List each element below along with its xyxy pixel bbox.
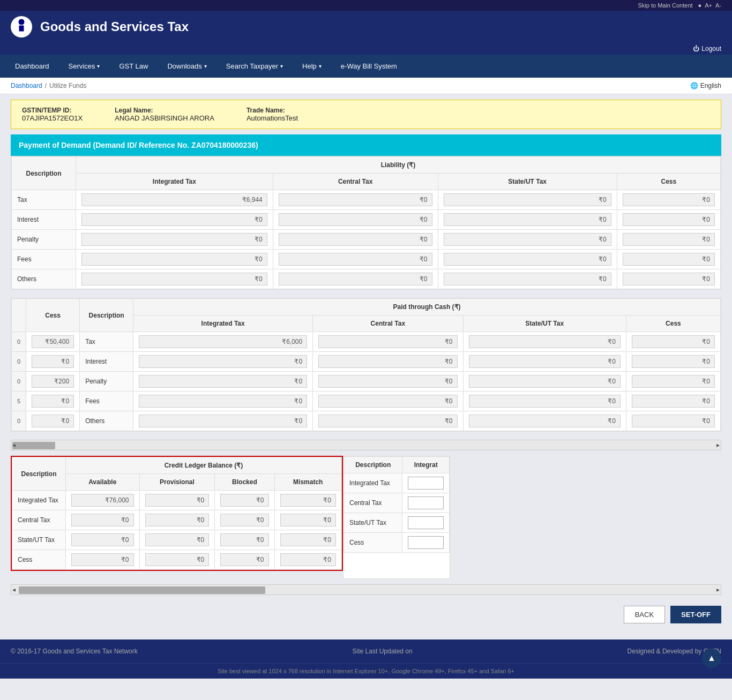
credit-mismatch-header: Mismatch: [274, 474, 342, 491]
liability-table-container: Description Liability (₹) Integrated Tax…: [11, 156, 721, 290]
credit-cell: ₹0: [274, 510, 342, 530]
nav-downloads[interactable]: Downloads ▾: [158, 55, 216, 78]
credit-desc-header: Description: [12, 457, 66, 491]
credit-ledger-section: Description Credit Ledger Balance (₹) Av…: [11, 456, 343, 571]
credit-right-row: State/UT Tax: [344, 513, 450, 533]
setoff-button[interactable]: SET-OFF: [670, 606, 721, 623]
paid-cash-cell: ₹0: [133, 392, 313, 411]
liability-integrated-header: Integrated Tax: [76, 174, 273, 190]
liability-state-header: State/UT Tax: [438, 174, 617, 190]
credit-right-row-desc: State/UT Tax: [344, 513, 402, 533]
credit-row-desc: State/UT Tax: [12, 530, 66, 550]
row-number: 0: [12, 352, 26, 372]
credit-right-cell[interactable]: [402, 493, 450, 513]
liability-row: Fees₹0₹0₹0₹0: [12, 250, 721, 269]
bottom-scroll-right[interactable]: ▸: [716, 586, 720, 593]
row-number: 0: [12, 372, 26, 392]
paid-cash-cell: ₹6,000: [133, 332, 313, 352]
gstin-field: GSTIN/TEMP ID: 07AJIPA1572EO1X: [22, 107, 83, 122]
back-button[interactable]: BACK: [624, 606, 665, 623]
liability-cell: ₹0: [617, 250, 720, 269]
page-content: Payment of Demand (Demand ID/ Reference …: [0, 134, 732, 639]
row-number: 0: [12, 332, 26, 352]
credit-cell: ₹0: [139, 550, 215, 570]
nav-eway[interactable]: e-Way Bill System: [331, 55, 407, 78]
paid-cash-cell: ₹0: [313, 392, 463, 411]
bottom-scroll-left[interactable]: ◂: [12, 586, 16, 593]
paid-cash-row-desc: Tax: [80, 332, 133, 352]
liability-cell: ₹0: [76, 250, 273, 269]
breadcrumb-home[interactable]: Dashboard: [11, 82, 42, 89]
info-banner: GSTIN/TEMP ID: 07AJIPA1572EO1X Legal Nam…: [11, 100, 721, 129]
font-increase[interactable]: A+: [705, 2, 712, 9]
paid-cess-cell: ₹200: [26, 372, 80, 392]
header: Goods and Services Tax: [0, 11, 732, 43]
liability-cell: ₹0: [76, 269, 273, 289]
credit-provisional-header: Provisional: [139, 474, 215, 491]
skip-main-link[interactable]: Skip to Main Content: [638, 2, 692, 9]
top-bar: Skip to Main Content ● A+ A-: [0, 0, 732, 11]
horizontal-scrollbar[interactable]: ◂ ▸: [11, 440, 721, 450]
credit-right-cell[interactable]: [402, 513, 450, 533]
language-selector[interactable]: 🌐 English: [690, 82, 721, 89]
nav-gstlaw[interactable]: GST Law: [109, 55, 158, 78]
scroll-to-top[interactable]: ▲: [702, 649, 721, 668]
liability-cess-header: Cess: [617, 174, 720, 190]
credit-ledger-row: Cess₹0₹0₹0₹0: [12, 550, 342, 570]
credit-cell: ₹76,000: [66, 491, 140, 510]
trade-name-value: AutomationsTest: [247, 114, 298, 122]
liability-cell: ₹0: [617, 269, 720, 289]
scroll-right-arrow[interactable]: ▸: [716, 441, 720, 449]
credit-row-desc: Central Tax: [12, 510, 66, 530]
bottom-scrollbar[interactable]: ◂ ▸: [11, 584, 721, 595]
credit-ledger-header: Credit Ledger Balance (₹): [66, 457, 342, 474]
liability-cell: ₹0: [438, 210, 617, 230]
credit-cell: ₹0: [274, 491, 342, 510]
credit-cell: ₹0: [66, 550, 140, 570]
credit-right-row-desc: Cess: [344, 533, 402, 553]
credit-right-row-desc: Central Tax: [344, 493, 402, 513]
liability-row: Interest₹0₹0₹0₹0: [12, 210, 721, 230]
liability-cell: ₹0: [617, 210, 720, 230]
liability-table: Description Liability (₹) Integrated Tax…: [11, 156, 721, 289]
paid-cash-row: 5₹0Fees₹0₹0₹0₹0: [12, 392, 721, 411]
breadcrumb-current: Utilize Funds: [49, 82, 86, 89]
paid-cash-cell: ₹0: [133, 411, 313, 431]
svg-rect-1: [19, 25, 24, 32]
scroll-left-arrow[interactable]: ◂: [12, 441, 16, 449]
credit-cell: ₹0: [66, 530, 140, 550]
gstin-label: GSTIN/TEMP ID:: [22, 107, 83, 114]
credit-right-row: Cess: [344, 533, 450, 553]
nav-services[interactable]: Services ▾: [59, 55, 110, 78]
footer-copyright: © 2016-17 Goods and Services Tax Network: [11, 648, 138, 655]
nav-help[interactable]: Help ▾: [293, 55, 331, 78]
paid-cash-cell: ₹0: [133, 352, 313, 372]
paid-cess-cell: ₹0: [26, 411, 80, 431]
credit-row-desc: Integrated Tax: [12, 491, 66, 510]
header-area: Goods and Services Tax ⏻ Logout: [0, 11, 732, 55]
credit-cell: ₹0: [139, 530, 215, 550]
paid-cash-cell: ₹0: [463, 411, 626, 431]
font-decrease[interactable]: A-: [715, 2, 721, 9]
credit-right-cell[interactable]: [402, 473, 450, 493]
paid-cash-cell: ₹0: [463, 392, 626, 411]
paid-cess-cell: ₹0: [26, 352, 80, 372]
credit-right-row: Central Tax: [344, 493, 450, 513]
liability-row: Others₹0₹0₹0₹0: [12, 269, 721, 289]
button-bar: BACK SET-OFF: [11, 600, 721, 629]
nav-search-taxpayer[interactable]: Search Taxpayer ▾: [216, 55, 293, 78]
breadcrumb: Dashboard / Utilize Funds: [11, 82, 86, 89]
nav-dashboard[interactable]: Dashboard: [5, 55, 59, 78]
paid-cash-table: Cess Description Paid through Cash (₹) I…: [11, 298, 721, 431]
liability-cell: ₹0: [273, 250, 438, 269]
legal-name-value: ANGAD JASBIRSINGH ARORA: [115, 114, 214, 122]
logout-button[interactable]: ⏻ Logout: [693, 45, 721, 52]
paid-cess-cell: ₹50,400: [26, 332, 80, 352]
row-number: 0: [12, 411, 26, 431]
paid-cash-cell: ₹0: [626, 352, 720, 372]
help-caret: ▾: [319, 63, 322, 69]
services-caret: ▾: [97, 63, 100, 69]
scrollbar-thumb: [12, 442, 55, 449]
logout-icon: ⏻: [693, 45, 699, 52]
credit-right-cell[interactable]: [402, 533, 450, 553]
